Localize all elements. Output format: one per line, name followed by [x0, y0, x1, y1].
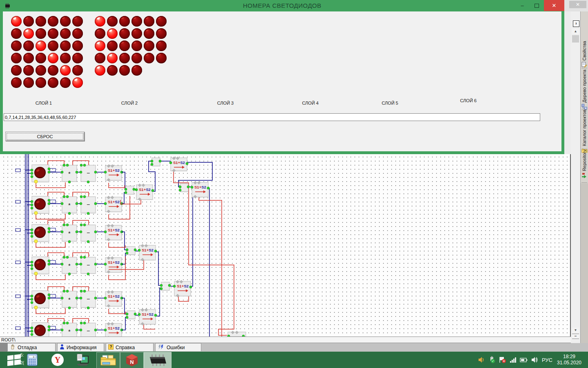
- led-indicator-g2-r2-c5: [144, 28, 154, 39]
- svg-text:*: *: [68, 170, 71, 177]
- led-indicator-g1-r1-c2: [23, 16, 34, 27]
- calculator-icon: 0: [27, 354, 38, 366]
- led-indicator-g1-r4-c6: [72, 53, 83, 63]
- led-indicator-g1-r6-c6: [72, 77, 83, 88]
- led-indicator-g1-r5-c6: [72, 65, 83, 76]
- svg-text:*: *: [68, 262, 71, 269]
- repo-icon: [581, 173, 587, 180]
- taskbar-yandex-button[interactable]: Y: [51, 353, 65, 366]
- bottom-tab-1[interactable]: Отладка: [7, 343, 56, 351]
- layer-label-3: СЛОЙ 3: [217, 101, 234, 105]
- tray-volume-icon[interactable]: [530, 355, 539, 364]
- side-tab-2[interactable]: Дерево проекта: [581, 70, 588, 109]
- minimize-button[interactable]: –: [515, 0, 529, 11]
- maximize-icon: [535, 4, 539, 8]
- side-tab-4[interactable]: Repository: [581, 150, 588, 182]
- led-indicator-g1-r2-c3: [36, 28, 46, 39]
- main-close-button[interactable]: ✕: [569, 1, 586, 8]
- led-indicator-g1-r4-c3: [36, 53, 46, 63]
- language-indicator[interactable]: РУС: [539, 355, 555, 364]
- taskbar-chip-button[interactable]: [144, 352, 172, 368]
- file-explorer-icon: [100, 354, 116, 366]
- led-indicator-g2-r3-c3: [119, 40, 130, 51]
- scroll-thumb[interactable]: [572, 35, 579, 43]
- splitter-handle[interactable]: ═: [572, 334, 579, 339]
- led-indicator-g2-r4-c6: [156, 53, 167, 63]
- led-indicator-g1-r3-c6: [72, 40, 83, 51]
- led-indicator-g1-r6-c5: [60, 77, 71, 88]
- reset-button[interactable]: СБРОС: [5, 132, 85, 141]
- dialog-client: СЛОЙ 1СЛОЙ 2СЛОЙ 3СЛОЙ 4СЛОЙ 5СЛОЙ 6 СБР…: [3, 11, 561, 151]
- maximize-button[interactable]: [530, 0, 543, 11]
- svg-text:*: *: [68, 202, 71, 209]
- network-flag-icon: ✕: [499, 356, 506, 364]
- led-indicator-g1-r5-c2: [23, 65, 34, 76]
- led-indicator-g1-r4-c1: [11, 53, 22, 63]
- led-indicator-g1-r1-c5: [60, 16, 71, 27]
- led-indicator-g1-r5-c5: [60, 65, 71, 76]
- bottom-tab-4[interactable]: Ошибки: [155, 343, 201, 351]
- scroll-up-arrow[interactable]: ▲: [572, 29, 579, 34]
- close-button[interactable]: ✕: [544, 0, 564, 11]
- bottom-tab-label: Отладка: [18, 345, 37, 350]
- schematic-scroll-column: x ▲ ▼ ═: [571, 11, 580, 343]
- led-indicator-g2-r5-c2: [107, 65, 118, 76]
- scroll-down-arrow[interactable]: ▼: [572, 328, 579, 333]
- dialog-titlebar[interactable]: НОМЕРА СВЕТОДИОДОВ – ✕: [0, 0, 564, 11]
- led-indicator-g1-r2-c6: [72, 28, 83, 39]
- led-indicator-g2-r4-c1: [95, 53, 105, 63]
- taskbar-calculator-button[interactable]: 0: [26, 353, 38, 366]
- led-indicator-g1-r1-c6: [72, 16, 83, 27]
- audio-device-icon: [478, 356, 485, 364]
- bottom-tab-label: Справка: [116, 345, 135, 350]
- tray-signal-icon[interactable]: [509, 355, 518, 364]
- svg-text:S1+S2: S1+S2: [108, 228, 120, 232]
- layer-label-1: СЛОЙ 1: [36, 101, 52, 105]
- layer-label-6: СЛОЙ 6: [460, 98, 477, 103]
- svg-text:✓: ✓: [492, 359, 494, 363]
- taskbar-ni-button[interactable]: N: [120, 352, 144, 368]
- hand-icon: [10, 344, 16, 351]
- document-viewer-icon: [76, 353, 89, 366]
- led-indicator-g2-r3-c5: [144, 40, 154, 51]
- led-numbers-input[interactable]: [4, 113, 540, 121]
- led-indicator-g1-r5-c3: [36, 65, 46, 76]
- led-indicator-g2-r4-c3: [119, 53, 130, 63]
- help-icon: ?: [108, 344, 114, 351]
- svg-text:−: −: [87, 229, 90, 236]
- clock-date: 31.05.2020: [555, 360, 584, 366]
- bottom-tab-3[interactable]: ?Справка: [106, 343, 154, 351]
- side-tab-strip: СвойстваДерево проектаКаталог проектовRe…: [580, 11, 588, 343]
- svg-text:S1+S2: S1+S2: [173, 160, 185, 165]
- side-tab-label: Каталог проектов: [582, 110, 587, 146]
- svg-text:S1+S2: S1+S2: [108, 168, 120, 173]
- svg-text:S1+S2: S1+S2: [139, 187, 151, 192]
- led-indicator-g1-r2-c4: [48, 28, 58, 39]
- side-tab-1[interactable]: Свойства: [581, 41, 588, 67]
- person-icon: [60, 344, 65, 351]
- tray-network-icon[interactable]: ✕: [498, 355, 507, 364]
- volume-icon: [531, 356, 538, 364]
- status-path: ROOT\: [1, 337, 16, 342]
- led-indicator-g2-r5-c4: [131, 65, 142, 76]
- led-indicator-g1-r1-c3: [36, 16, 46, 27]
- layer-label-4: СЛОЙ 4: [302, 101, 318, 105]
- tray-battery-icon[interactable]: [519, 355, 528, 364]
- svg-text:Y: Y: [55, 355, 61, 364]
- led-indicator-g2-r4-c4: [131, 53, 142, 63]
- schematic-canvas[interactable]: *−S1+S2*−S1+S2*−S1+S2*−S1+S2*−S1+S2*−S1+…: [0, 154, 571, 337]
- taskbar-explorer-button[interactable]: [96, 352, 120, 368]
- taskbar-viewer-button[interactable]: [75, 353, 90, 366]
- svg-text:−: −: [87, 296, 90, 302]
- bottom-tab-2[interactable]: Информация: [57, 343, 104, 351]
- led-indicator-g1-r3-c2: [23, 40, 34, 51]
- side-tab-3[interactable]: Каталог проектов: [581, 110, 588, 148]
- clock-time: 18:29: [555, 354, 584, 360]
- svg-text:S1+S2: S1+S2: [108, 200, 120, 204]
- tray-audio-icon[interactable]: [477, 355, 486, 364]
- signal-bars-icon: [510, 356, 517, 364]
- tray-usb-icon[interactable]: ✓: [488, 355, 497, 364]
- led-indicator-g1-r1-c1: [11, 16, 22, 27]
- clock[interactable]: 18:2931.05.2020: [555, 354, 584, 366]
- panel-close-button[interactable]: x: [573, 20, 579, 27]
